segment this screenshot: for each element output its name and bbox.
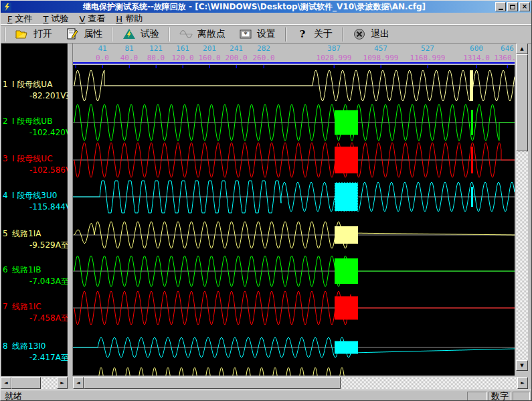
channel-name: 线路1IA — [12, 229, 41, 238]
exit-icon — [353, 28, 366, 40]
ruler-tick-mark — [156, 65, 157, 68]
waveform-plot[interactable] — [73, 65, 515, 376]
window-title: 继电保护测试系统--故障回放 - [C:\WINDOWS\Desktop\测试软… — [13, 1, 495, 13]
channel-name: I 段母线UA — [12, 80, 52, 89]
arrow-up-icon: ▲ — [520, 46, 523, 52]
settings-icon: * — [239, 28, 252, 40]
ruler-sample-label: 282 — [257, 44, 270, 53]
discrete-point-marker-ch4 — [335, 183, 358, 212]
channel-label-6[interactable]: 6线路1IB-7.043A至7. — [3, 264, 68, 287]
ruler-time-label: 1360.0 — [494, 54, 515, 62]
channel-label-1[interactable]: 1I 段母线UA-82.201V至8 — [3, 79, 68, 102]
discrete-point-marker-ch6 — [335, 258, 358, 284]
waveform-hscrollbar[interactable]: ◄ ► — [73, 377, 528, 389]
restore-icon — [510, 5, 515, 9]
channel-label-4[interactable]: 4I 段母线3U0-115.844V至 — [3, 190, 68, 213]
ruler-time-label: 1098.999 — [363, 54, 399, 62]
ruler-sample-label: 41 — [98, 44, 106, 53]
about-button[interactable]: ? 关于 — [289, 26, 339, 42]
channel-number: 1 — [3, 79, 12, 90]
ruler-tick-mark — [507, 65, 509, 68]
discrete-point-marker-ch7 — [335, 297, 358, 320]
channel-range: -102.586V至 — [3, 165, 68, 176]
application-window: 继电保护测试系统--故障回放 - [C:\WINDOWS\Desktop\测试软… — [0, 0, 532, 401]
scroll-left-button[interactable]: ◄ — [73, 377, 84, 389]
ruler-sample-label: 646 — [501, 44, 514, 53]
ruler-tick-mark — [236, 65, 238, 68]
ruler-tick-mark — [264, 65, 265, 68]
exit-button[interactable]: 退出 — [346, 26, 396, 42]
title-bar: 继电保护测试系统--故障回放 - [C:\WINDOWS\Desktop\测试软… — [1, 1, 531, 13]
ruler-sample-label: 457 — [374, 44, 387, 53]
channel-label-5[interactable]: 5线路1IA-9.529A至14 — [3, 228, 68, 251]
channel-number: 5 — [3, 228, 12, 240]
ruler-time-label: 1314.0 — [463, 54, 490, 62]
ruler-tick-mark — [476, 65, 478, 68]
channel-label-3[interactable]: 3I 段母线UC-102.586V至 — [3, 153, 68, 176]
properties-icon — [66, 28, 79, 40]
vertical-scrollbar[interactable]: ▲ ▼ — [516, 44, 528, 371]
discrete-point-marker-ch5 — [335, 226, 358, 244]
ruler-tick-mark — [428, 65, 429, 68]
hscroll-thumb[interactable] — [11, 377, 41, 389]
hscroll-thumb[interactable] — [84, 377, 341, 389]
status-ready: 就绪 — [2, 390, 466, 401]
scroll-down-button[interactable]: ▼ — [516, 360, 528, 371]
discrete-point-marker-ch2 — [335, 110, 358, 135]
ruler-sample-label: 81 — [124, 44, 133, 53]
toolbar: 打开 属性 试验 离散点 * 设置 — [1, 25, 531, 44]
arrow-down-icon: ▼ — [520, 363, 523, 368]
channel-number: 3 — [3, 153, 12, 165]
channel-number: 8 — [3, 341, 12, 352]
channel-label-8[interactable]: 8线路13I0-2.417A至4. — [3, 341, 68, 364]
test-icon — [122, 28, 136, 40]
discrete-points-button[interactable]: 离散点 — [173, 26, 232, 42]
menu-view[interactable]: V查看 — [74, 13, 110, 25]
scroll-right-button[interactable]: ► — [57, 377, 68, 389]
panel-divider[interactable] — [68, 44, 73, 376]
menu-file[interactable]: F文件 — [2, 13, 37, 25]
settings-button[interactable]: * 设置 — [232, 26, 282, 42]
channel-label-2[interactable]: 2I 段母线UB-102.420V至 — [3, 116, 68, 139]
ruler-sample-label: 527 — [421, 44, 434, 53]
ruler-tick-mark — [209, 65, 211, 68]
arrow-left-icon: ◄ — [76, 380, 80, 386]
properties-button[interactable]: 属性 — [59, 26, 109, 42]
menu-help[interactable]: H帮助 — [110, 13, 148, 25]
ruler-tick-mark — [129, 65, 130, 68]
channel-number: 7 — [3, 301, 12, 313]
test-button[interactable]: 试验 — [116, 26, 166, 42]
vscroll-thumb[interactable] — [516, 54, 528, 151]
ruler-sample-label: 121 — [149, 44, 163, 53]
channel-label-7[interactable]: 7线路1IC-7.458A至7. — [3, 301, 68, 324]
discrete-point-marker-ch3 — [335, 147, 358, 173]
status-cell-2 — [513, 392, 530, 401]
scroll-right-button[interactable]: ► — [517, 377, 528, 389]
channel-range: -82.201V至8 — [3, 90, 68, 102]
open-button[interactable]: 打开 — [9, 26, 59, 42]
ruler-tick-mark — [183, 65, 184, 68]
channel-number: 2 — [3, 116, 12, 127]
ruler-sample-label: 201 — [203, 44, 216, 53]
restore-button[interactable] — [507, 2, 518, 11]
ruler-tick-mark — [381, 65, 382, 68]
close-button[interactable]: × — [519, 2, 530, 11]
channel-name: I 段母线UC — [12, 154, 53, 163]
scroll-up-button[interactable]: ▲ — [516, 44, 528, 54]
cursor-bar-ch4 — [471, 187, 473, 207]
channel-range: -7.458A至7. — [3, 313, 68, 324]
svg-text:*: * — [244, 30, 248, 39]
toolbar-separator — [5, 27, 6, 42]
scroll-left-button[interactable]: ◄ — [1, 377, 11, 389]
channel-name: I 段母线3U0 — [12, 191, 57, 200]
label-panel-hscrollbar[interactable]: ◄ ► — [1, 377, 68, 389]
channel-number: 6 — [3, 264, 12, 276]
menu-test[interactable]: T试验 — [37, 13, 74, 25]
minimize-button[interactable] — [495, 2, 506, 11]
client-area: 1I 段母线UA-82.201V至82I 段母线UB-102.420V至3I 段… — [1, 44, 532, 390]
channel-name: I 段母线UB — [12, 116, 52, 126]
channel-range: -7.043A至7. — [3, 276, 68, 287]
channel-range: -115.844V至 — [3, 202, 68, 213]
status-cell-1 — [467, 392, 487, 401]
toolbar-separator — [342, 27, 343, 42]
